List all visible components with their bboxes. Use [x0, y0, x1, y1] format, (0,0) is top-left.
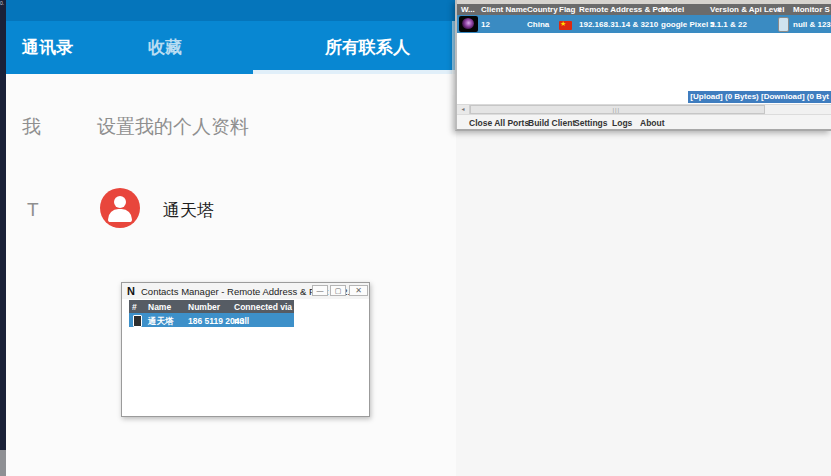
me-label: 我 — [22, 114, 41, 140]
client-table-row[interactable]: 12 China ★ 192.168.31.14 & 3210 google P… — [457, 15, 831, 33]
minimize-button[interactable]: — — [312, 285, 328, 296]
horizontal-scrollbar[interactable]: ◂ ||| — [457, 104, 831, 114]
china-flag-icon: ★ — [559, 21, 572, 30]
col-number: Number — [188, 302, 220, 312]
contact-table-row[interactable]: 通天塔 186 5119 2043 null — [129, 313, 294, 327]
menu-settings[interactable]: Settings — [574, 118, 608, 128]
person-icon — [114, 196, 126, 208]
remote-clients-window: W... Client Name Country Flag Remote Add… — [455, 0, 831, 131]
webcam-thumbnail — [459, 16, 478, 32]
scrollbar-thumb[interactable]: ||| — [470, 105, 765, 114]
menu-logs[interactable]: Logs — [612, 118, 632, 128]
cell-remote-address: 192.168.31.14 & 3210 — [579, 20, 658, 29]
menu-about[interactable]: About — [640, 118, 665, 128]
scrollbar-grip-icon: ||| — [613, 106, 621, 114]
col-connected-via: Connected via — [234, 302, 292, 312]
cell-connected-via: null — [234, 316, 249, 326]
col-name: Name — [148, 302, 171, 312]
col-model: Model — [661, 5, 684, 14]
active-tab-indicator — [253, 70, 456, 74]
transfer-status-badge: [Upload] (0 Bytes) [Download] (0 Byt — [688, 91, 831, 103]
cell-version-api: 5.1.1 & 22 — [710, 20, 747, 29]
my-profile-row[interactable]: 我 设置我的个人资料 — [6, 108, 456, 148]
col-hash: # — [777, 5, 781, 14]
contacts-manager-window: N Contacts Manager - Remote Address & Po… — [121, 282, 370, 417]
maximize-button[interactable]: ▢ — [330, 285, 346, 296]
col-webcam: W... — [461, 5, 475, 14]
col-country: Country — [527, 5, 558, 14]
scroll-left-arrow-icon[interactable]: ◂ — [457, 105, 470, 114]
contact-name: 通天塔 — [163, 199, 214, 222]
col-monitor: Monitor S — [793, 5, 830, 14]
menu-build-client[interactable]: Build Client — [528, 118, 575, 128]
col-remote-address: Remote Address & Port — [579, 5, 669, 14]
col-version-api: Version & Api Level — [710, 5, 784, 14]
device-phone-icon — [778, 17, 789, 32]
app-statusbar — [6, 0, 456, 21]
app-logo-icon: N — [127, 285, 135, 297]
tab-contacts[interactable]: 通讯录 — [22, 36, 73, 59]
section-letter: T — [27, 199, 39, 221]
cell-model: google Pixel 2 — [661, 20, 715, 29]
cell-client-name: 12 — [481, 20, 490, 29]
tab-favorites[interactable]: 收藏 — [148, 36, 182, 59]
screen: 0. 通讯录 收藏 所有联系人 我 设置我的个人资料 T 通天塔 N — [0, 0, 831, 476]
cell-monitor: null & 1234 — [793, 20, 831, 29]
col-hash: # — [132, 302, 137, 312]
cell-name: 通天塔 — [148, 316, 174, 328]
contact-avatar-icon — [100, 188, 140, 228]
menu-close-all-ports[interactable]: Close All Ports — [469, 118, 529, 128]
close-button[interactable]: ✕ — [349, 285, 368, 296]
tab-all-contacts[interactable]: 所有联系人 — [325, 36, 410, 59]
app-tabbar: 通讯录 收藏 所有联系人 — [6, 21, 456, 74]
cell-country: China — [527, 20, 549, 29]
window-menubar: Close All Ports Build Client Settings Lo… — [457, 114, 831, 129]
col-client-name: Client Name — [481, 5, 527, 14]
contacts-manager-titlebar[interactable]: N Contacts Manager - Remote Address & Po… — [122, 283, 369, 299]
clients-table-header: W... Client Name Country Flag Remote Add… — [457, 4, 831, 15]
col-flag: Flag — [559, 5, 575, 14]
phone-icon — [133, 315, 142, 327]
contact-row[interactable]: 通天塔 — [86, 184, 456, 230]
contacts-table-header: # Name Number Connected via — [129, 300, 294, 313]
setup-profile-label: 设置我的个人资料 — [97, 114, 249, 140]
edge-text-fragment: 0. — [0, 1, 4, 6]
